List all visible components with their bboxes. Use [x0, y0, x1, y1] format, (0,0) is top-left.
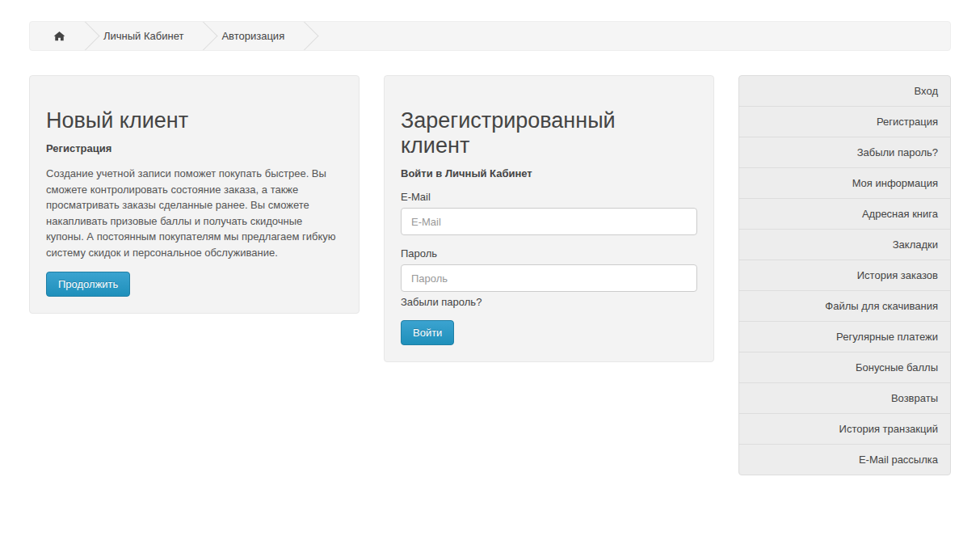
breadcrumb-separator-icon — [69, 21, 99, 51]
breadcrumb-separator-icon — [187, 21, 218, 51]
account-sidebar: Вход Регистрация Забыли пароль? Моя инфо… — [738, 75, 951, 475]
sidebar-item-login[interactable]: Вход — [739, 76, 950, 107]
sidebar-item-register[interactable]: Регистрация — [739, 107, 950, 137]
breadcrumb-separator-icon — [288, 21, 319, 51]
password-form-group: Пароль Забыли пароль? — [401, 247, 697, 308]
sidebar-item-returns[interactable]: Возвраты — [739, 383, 950, 414]
sidebar-item-transactions[interactable]: История транзакций — [739, 414, 950, 445]
main-content: Новый клиент Регистрация Создание учетно… — [29, 75, 951, 475]
new-customer-title: Новый клиент — [46, 108, 343, 133]
sidebar-item-recurring-payments[interactable]: Регулярные платежи — [739, 322, 950, 352]
email-label: E-Mail — [401, 191, 697, 203]
sidebar-item-forgotten[interactable]: Забыли пароль? — [739, 137, 950, 168]
sidebar-item-wishlist[interactable]: Закладки — [739, 230, 950, 260]
password-label: Пароль — [401, 247, 697, 260]
sidebar-item-newsletter[interactable]: E-Mail рассылка — [739, 445, 950, 475]
breadcrumb-item-account[interactable]: Личный Кабинет — [88, 30, 199, 42]
login-button[interactable]: Войти — [401, 320, 454, 345]
new-customer-subtitle: Регистрация — [46, 141, 343, 156]
sidebar-item-downloads[interactable]: Файлы для скачивания — [739, 291, 950, 322]
returning-customer-panel: Зарегистрированный клиент Войти в Личный… — [384, 75, 714, 362]
continue-button[interactable]: Продолжить — [46, 272, 130, 297]
returning-customer-title: Зарегистрированный клиент — [401, 108, 683, 158]
breadcrumb-item-login[interactable]: Авторизация — [206, 30, 300, 42]
sidebar-item-address-book[interactable]: Адресная книга — [739, 199, 950, 230]
sidebar-item-order-history[interactable]: История заказов — [739, 260, 950, 291]
breadcrumb: Личный Кабинет Авторизация — [29, 21, 951, 51]
password-field[interactable] — [401, 264, 697, 292]
forgotten-password-link[interactable]: Забыли пароль? — [401, 296, 482, 308]
new-customer-panel: Новый клиент Регистрация Создание учетно… — [29, 75, 360, 314]
returning-customer-subtitle: Войти в Личный Кабинет — [401, 167, 697, 181]
email-field[interactable] — [401, 208, 697, 235]
login-button-row: Войти — [401, 320, 697, 345]
page-container: Личный Кабинет Авторизация Новый клиент … — [29, 21, 951, 475]
email-form-group: E-Mail — [401, 191, 697, 235]
sidebar-item-my-info[interactable]: Моя информация — [739, 168, 950, 199]
sidebar-item-reward-points[interactable]: Бонусные баллы — [739, 352, 950, 383]
home-icon — [53, 30, 65, 42]
new-customer-description: Создание учетной записи поможет покупать… — [46, 166, 343, 260]
